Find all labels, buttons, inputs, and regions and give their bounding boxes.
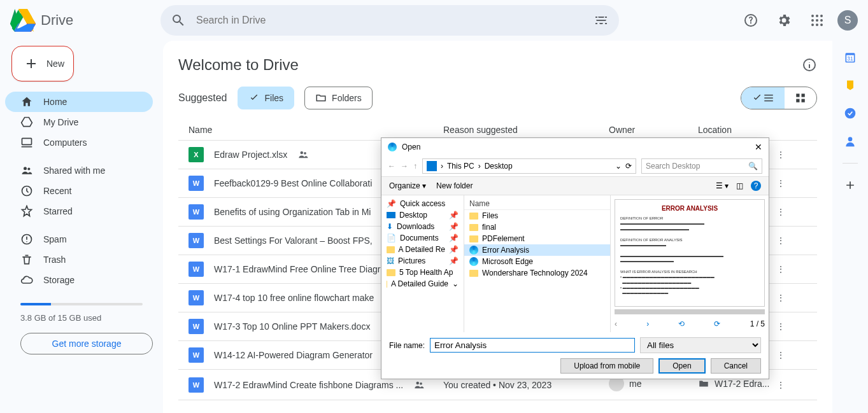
filetype-select[interactable]: All files [640,337,761,353]
address-bar[interactable]: ›This PC ›Desktop ⌄⟳ [422,158,636,174]
sidebar-item-recent[interactable]: Recent [5,181,153,201]
row-menu-icon[interactable]: ⋮ [776,380,807,390]
svg-point-24 [420,382,422,384]
row-menu-icon[interactable]: ⋮ [776,264,807,274]
sidebar-item-storage[interactable]: Storage [5,270,153,290]
row-menu-icon[interactable]: ⋮ [776,178,807,188]
upload-mobile-button[interactable]: Upload from mobile [560,358,653,374]
tasks-icon[interactable] [844,107,857,120]
dialog-file-list: Name FilesfinalPDFelementError AnalysisM… [464,195,611,332]
logo-area: Drive [10,8,155,33]
calendar-icon[interactable]: 31 [844,51,857,64]
help-icon[interactable] [738,8,764,33]
contacts-icon[interactable] [844,135,857,148]
organize-button[interactable]: Organize ▾ [389,181,426,190]
open-dialog: Open ✕ ← → ↑ ›This PC ›Desktop ⌄⟳ Search… [381,137,769,379]
list-item[interactable]: Wondershare Technology 2024 [464,267,610,279]
row-menu-icon[interactable]: ⋮ [776,293,807,303]
sidebar-item-home[interactable]: Home [5,92,153,112]
new-folder-button[interactable]: New folder [436,181,473,190]
filetype-icon: W [189,377,204,393]
sidebar-item-mydrive[interactable]: My Drive [5,112,153,132]
avatar[interactable]: S [837,10,858,31]
filetype-icon: W [189,262,204,277]
filter-icon[interactable] [594,13,609,28]
file-name: W17-2 EdrawMind Create fishbone Diagrams… [214,380,403,390]
new-button-label: New [46,59,64,69]
forward-icon[interactable]: → [401,162,408,171]
close-icon[interactable]: ✕ [755,142,762,152]
svg-point-29 [848,137,853,141]
list-item[interactable]: PDFelement [464,233,610,244]
tree-quick-access[interactable]: 📌Quick access [381,198,464,209]
page-title: Welcome to Drive [178,56,299,74]
sidebar-item-computers[interactable]: Computers [5,132,153,153]
folder-icon [469,224,478,231]
tree-downloads[interactable]: ⬇Downloads📌 [381,221,464,232]
edge-icon [388,143,397,151]
svg-point-28 [845,108,856,119]
next-page-icon[interactable]: › [646,319,649,328]
preview-pane-icon[interactable]: ◫ [736,181,743,190]
sidebar-item-starred[interactable]: Starred [5,201,153,221]
sidebar-item-shared[interactable]: Shared with me [5,160,153,181]
list-header-name[interactable]: Name [464,198,610,210]
tree-desktop[interactable]: Desktop📌 [381,209,464,221]
tree-detailed-guide[interactable]: A Detailed Guide⌄ [381,278,464,290]
file-name: W14-12 AI-Powered Diagram Generator [214,350,373,360]
filename-input[interactable] [430,338,635,353]
rotate-right-icon[interactable]: ⟳ [714,319,720,328]
col-name: Name [189,125,443,135]
new-button[interactable]: New [11,46,74,81]
svg-text:31: 31 [847,55,853,62]
file-name: W17-1 EdrawMind Free Online Tree Diagr [214,264,380,274]
chip-folders[interactable]: Folders [304,87,373,109]
list-view-button[interactable] [741,87,785,109]
cancel-button[interactable]: Cancel [711,358,761,374]
dialog-search[interactable]: Search Desktop🔍 [641,158,762,174]
search-input[interactable] [196,15,583,26]
list-item[interactable]: Error Analysis [464,244,610,256]
apps-icon[interactable] [804,8,830,33]
preview-scrollbar[interactable] [615,309,765,314]
grid-view-button[interactable] [785,87,816,109]
get-storage-button[interactable]: Get more storage [20,333,153,354]
rotate-left-icon[interactable]: ⟲ [678,319,685,328]
edge-icon [469,246,478,255]
row-menu-icon[interactable]: ⋮ [776,350,807,360]
row-menu-icon[interactable]: ⋮ [776,207,807,217]
search-box[interactable] [160,5,619,36]
tree-detailed[interactable]: A Detailed Re📌 [381,244,464,255]
list-item[interactable]: final [464,221,610,233]
back-icon[interactable]: ← [388,162,395,171]
computers-icon [20,136,33,149]
chip-files[interactable]: Files [238,87,295,109]
svg-point-2 [820,15,823,17]
keep-icon[interactable] [844,79,857,92]
svg-point-23 [416,381,420,384]
tree-top-health[interactable]: 5 Top Health Ap [381,267,464,278]
prev-page-icon[interactable]: ‹ [615,319,617,328]
row-menu-icon[interactable]: ⋮ [776,321,807,332]
tree-documents[interactable]: 📄Documents📌 [381,232,464,244]
sidebar-item-spam[interactable]: Spam [5,229,153,249]
row-menu-icon[interactable]: ⋮ [776,235,807,246]
up-icon[interactable]: ↑ [413,162,417,171]
file-name: Feefback0129-9 Best Online Collaborati [214,178,372,188]
page-count: 1 / 5 [750,319,765,328]
sidebar-item-trash[interactable]: Trash [5,249,153,270]
list-item[interactable]: Microsoft Edge [464,256,610,267]
col-owner: Owner [609,125,698,135]
open-button[interactable]: Open [658,358,705,374]
view-mode-icon[interactable]: ☰ ▾ [716,181,729,190]
add-icon[interactable] [844,179,857,192]
trash-icon [20,253,33,266]
folder-icon [315,92,327,104]
search-icon [171,13,186,28]
help-icon[interactable]: ? [751,181,761,191]
row-menu-icon[interactable]: ⋮ [776,150,807,160]
info-icon[interactable] [802,57,817,73]
list-item[interactable]: Files [464,210,610,221]
tree-pictures[interactable]: 🖼Pictures📌 [381,255,464,267]
settings-icon[interactable] [771,8,797,33]
